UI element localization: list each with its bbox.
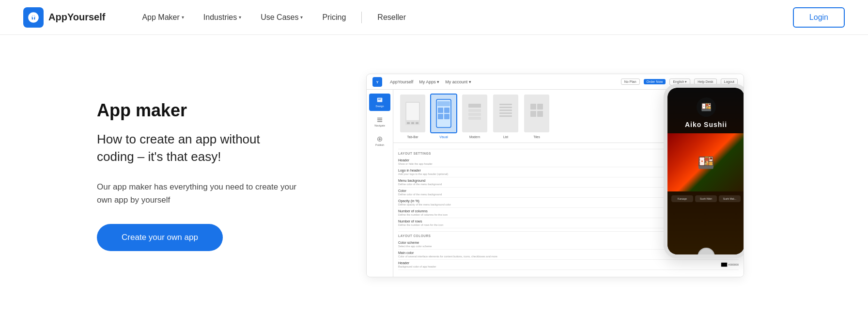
svg-rect-13	[411, 122, 414, 124]
nav-divider	[361, 12, 362, 23]
svg-rect-4	[378, 99, 381, 100]
hero-section: App maker How to create an app without c…	[0, 35, 868, 316]
mock-logo: Y	[372, 77, 382, 87]
svg-rect-35	[530, 111, 536, 117]
phone-mockup: Aiko Sushii 🍱 Karaage Su	[664, 84, 744, 258]
nav-item-use-cases[interactable]: Use Cases ▾	[253, 9, 310, 26]
svg-rect-27	[499, 104, 512, 105]
svg-rect-31	[499, 115, 512, 117]
template-visual: Visual	[430, 94, 457, 139]
svg-rect-6	[377, 119, 383, 120]
menu-item: Sushi Nikiri	[695, 195, 717, 202]
menu-item: Karaage	[671, 195, 693, 202]
chevron-down-icon: ▾	[182, 15, 184, 20]
template-list: List	[492, 94, 519, 139]
mock-nav-text: AppYourself My Apps ▾ My account ▾	[390, 79, 471, 84]
svg-rect-10	[406, 103, 419, 120]
svg-rect-36	[537, 111, 543, 117]
cta-button[interactable]: Create your own app	[97, 224, 223, 251]
chevron-down-icon: ▾	[239, 15, 241, 20]
food-overlay: 🍱	[667, 133, 744, 191]
svg-rect-30	[499, 112, 512, 114]
svg-rect-20	[444, 114, 450, 119]
nav-right: Login	[793, 7, 845, 28]
app-header: Aiko Sushii	[667, 88, 744, 133]
mock-sidebar-design: Design	[369, 94, 390, 111]
svg-text:Y: Y	[31, 13, 36, 21]
publish-icon	[376, 136, 383, 143]
svg-rect-17	[438, 108, 443, 113]
food-image: 🍱	[667, 133, 744, 191]
svg-rect-24	[468, 113, 481, 116]
hero-title: App maker	[97, 100, 300, 121]
svg-rect-19	[438, 114, 443, 119]
svg-rect-3	[378, 99, 382, 99]
hero-description: Our app maker has everything you need to…	[97, 180, 300, 206]
menu-items: Karaage Sushi Nikiri Sushi Mak...	[667, 191, 744, 206]
svg-rect-16	[437, 101, 450, 106]
app-title: Aiko Sushii	[672, 121, 740, 128]
template-tiles: Tiles	[523, 94, 550, 139]
navigate-icon	[376, 116, 383, 123]
svg-rect-18	[444, 108, 450, 113]
svg-rect-29	[499, 110, 512, 111]
design-icon	[376, 97, 383, 104]
navbar: Y AppYourself App Maker ▾ Industries ▾ U…	[0, 0, 868, 35]
hero-subtitle: How to create an app without coding – it…	[97, 130, 300, 166]
app-logo	[697, 97, 716, 117]
svg-rect-23	[468, 109, 481, 112]
svg-rect-22	[468, 104, 481, 108]
svg-rect-5	[377, 118, 383, 119]
nav-item-app-maker[interactable]: App Maker ▾	[134, 9, 191, 26]
svg-rect-33	[530, 104, 536, 110]
phone-screen: Aiko Sushii 🍱 Karaage Su	[667, 88, 744, 254]
chevron-down-icon: ▾	[300, 15, 303, 20]
nav-links: App Maker ▾ Industries ▾ Use Cases ▾ Pri…	[134, 9, 792, 26]
svg-text:Y: Y	[376, 80, 379, 83]
mock-sidebar-publish: Publish	[369, 132, 390, 150]
brand-icon: Y	[27, 11, 40, 24]
svg-rect-7	[377, 121, 383, 122]
mock-sidebar-navigate: Navigate	[369, 113, 390, 130]
hero-screenshot: Y AppYourself My Apps ▾ My account ▾ No …	[329, 74, 781, 277]
login-button[interactable]: Login	[793, 7, 845, 28]
app-screenshot: Y AppYourself My Apps ▾ My account ▾ No …	[366, 74, 744, 277]
hero-content: App maker How to create an app without c…	[97, 100, 300, 251]
logo-icon: Y	[23, 7, 44, 28]
svg-rect-34	[537, 104, 543, 110]
nav-item-industries[interactable]: Industries ▾	[196, 9, 249, 26]
app-preview: Aiko Sushii 🍱 Karaage Su	[667, 88, 744, 254]
brand-name: AppYourself	[48, 12, 105, 23]
svg-rect-12	[407, 122, 410, 124]
mock-sidebar: Design Navigate Publish	[367, 90, 393, 277]
svg-rect-28	[499, 107, 512, 108]
svg-rect-14	[416, 122, 418, 124]
menu-item: Sushi Mak...	[719, 195, 741, 202]
nav-item-reseller[interactable]: Reseller	[370, 9, 414, 26]
setting-header-color: Header Background color of app header #0…	[398, 260, 739, 270]
logo-area[interactable]: Y AppYourself	[23, 7, 105, 28]
template-modern: Modern	[461, 94, 488, 139]
svg-rect-25	[468, 117, 481, 120]
nav-item-pricing[interactable]: Pricing	[314, 9, 354, 26]
template-tab-bar: Tab-Bar	[399, 94, 426, 139]
